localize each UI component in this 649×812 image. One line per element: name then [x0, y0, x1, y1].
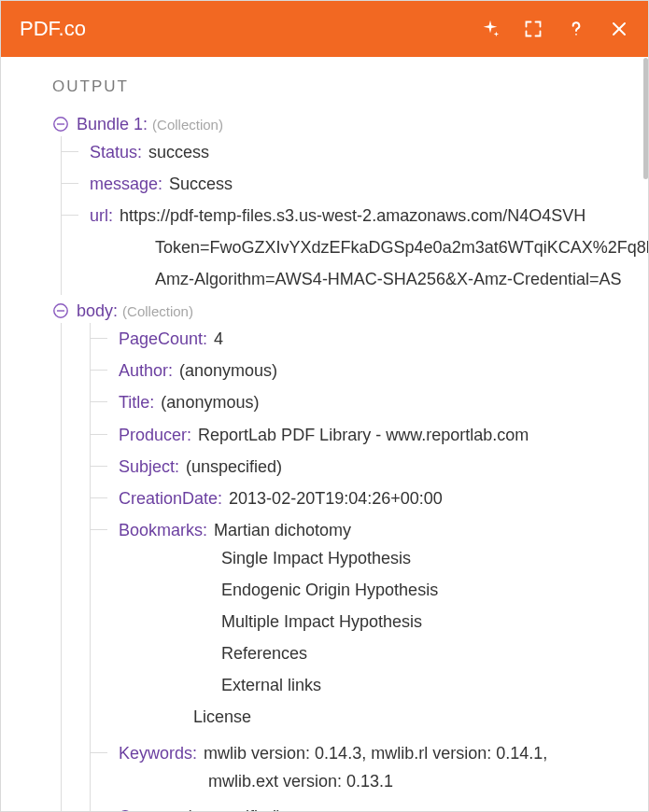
app-title: PDF.co [20, 17, 480, 41]
row-keywords: Keywords: mwlib version: 0.14.3, mwlib.r… [119, 737, 648, 801]
help-icon[interactable] [566, 19, 586, 39]
scrollbar-thumb[interactable] [643, 58, 648, 179]
val-bookmark-license: License [119, 701, 648, 733]
close-icon[interactable] [609, 19, 629, 39]
row-creationdate: CreationDate: 2013-02-20T19:04:26+00:00 [119, 483, 648, 514]
val-title: (anonymous) [161, 393, 259, 412]
val-bookmark-3: Multiple Impact Hypothesis [119, 606, 648, 637]
key-title: Title: [119, 393, 154, 412]
key-message: message: [90, 175, 162, 193]
val-bookmark-4: References [119, 637, 648, 669]
val-keywords-1: mwlib version: 0.14.3, mwlib.rl version:… [204, 744, 547, 763]
key-creator: Creator: [119, 807, 179, 811]
val-bookmark-1: Single Impact Hypothesis [119, 542, 648, 574]
val-bookmark-2: Endogenic Origin Hypothesis [119, 574, 648, 606]
row-url: url: https://pdf-temp-files.s3.us-west-2… [90, 200, 648, 231]
val-message: Success [169, 175, 233, 193]
val-url-1: https://pdf-temp-files.s3.us-west-2.amaz… [120, 206, 586, 225]
val-bookmark-0: Martian dichotomy [214, 521, 351, 539]
titlebar: PDF.co [1, 1, 648, 57]
row-message: message: Success [90, 168, 648, 200]
row-pagecount: PageCount: 4 [119, 323, 648, 355]
key-author: Author: [119, 361, 173, 380]
val-author: (anonymous) [179, 361, 277, 380]
body-label: body: [77, 301, 118, 320]
key-pagecount: PageCount: [119, 329, 207, 348]
key-url: url: [90, 206, 113, 225]
bundle-label: Bundle 1: [77, 115, 148, 133]
val-url-3: Amz-Algorithm=AWS4-HMAC-SHA256&X-Amz-Cre… [90, 263, 648, 295]
val-bookmark-5: External links [119, 669, 648, 701]
val-keywords-2: mwlib.ext version: 0.13.1 [119, 765, 648, 797]
tree-root: Bundle 1: (Collection) Status: success m… [52, 112, 648, 811]
bundle-node: Bundle 1: (Collection) Status: success m… [52, 112, 648, 296]
val-producer: ReportLab PDF Library - www.reportlab.co… [198, 426, 529, 444]
row-author: Author: (anonymous) [119, 355, 648, 386]
val-subject: (unspecified) [186, 457, 282, 476]
row-status: Status: success [90, 136, 648, 168]
key-creationdate: CreationDate: [119, 489, 222, 508]
row-bookmarks: Bookmarks: Martian dichotomy Single Impa… [119, 514, 648, 737]
section-heading: OUTPUT [52, 76, 648, 99]
collection-tag: (Collection) [152, 117, 223, 133]
row-title: Title: (anonymous) [119, 386, 648, 418]
key-subject: Subject: [119, 457, 179, 476]
app-window: PDF.co [0, 0, 649, 812]
key-keywords: Keywords: [119, 744, 197, 763]
collection-tag-body: (Collection) [122, 303, 193, 319]
val-creator: (unspecified) [186, 807, 282, 811]
val-status: success [148, 143, 209, 161]
expand-icon[interactable] [523, 19, 543, 39]
key-producer: Producer: [119, 426, 191, 444]
output-panel: OUTPUT Bundle 1: (Collection) [1, 57, 648, 811]
row-subject: Subject: (unspecified) [119, 451, 648, 483]
val-pagecount: 4 [214, 329, 223, 348]
key-bookmarks: Bookmarks: [119, 521, 207, 539]
key-status: Status: [90, 143, 142, 161]
val-creationdate: 2013-02-20T19:04:26+00:00 [229, 489, 443, 508]
sparkle-icon[interactable] [480, 19, 501, 39]
collapse-toggle-bundle[interactable] [52, 116, 69, 133]
row-creator: Creator: (unspecified) [119, 801, 648, 811]
body-node: body: (Collection) PageCount: 4 Author: … [52, 299, 648, 811]
val-url-2: Token=FwoGZXIvYXdzEFkaDGSp4e0a2m3at6WTqi… [90, 231, 648, 263]
titlebar-actions [480, 19, 629, 39]
svg-point-0 [575, 34, 577, 35]
row-producer: Producer: ReportLab PDF Library - www.re… [119, 419, 648, 451]
collapse-toggle-body[interactable] [52, 302, 69, 319]
